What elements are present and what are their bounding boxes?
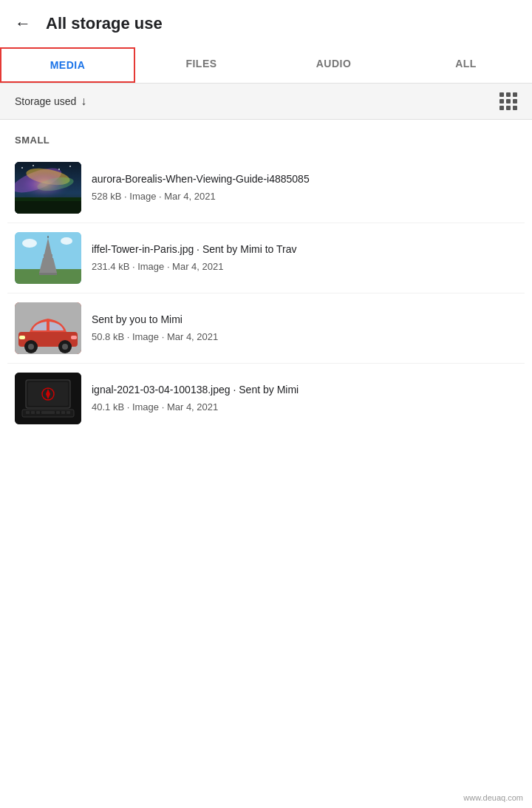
svg-rect-40 [66,411,70,414]
list-item[interactable]: Sent by you to Mimi 50.8 kB · Image · Ma… [7,293,525,364]
svg-rect-34 [26,411,30,414]
file-meta: 528 kB · Image · Mar 4, 2021 [92,190,517,203]
svg-rect-10 [15,197,81,201]
sort-bar: Storage used ↓ [0,84,532,120]
grid-dot [506,99,511,103]
svg-rect-35 [31,411,35,414]
file-info: iffel-Tower-in-Paris.jpg · Sent by Mimi … [81,242,517,274]
header: ← All storage use [0,0,532,47]
grid-dot [513,106,517,110]
grid-dot [506,92,511,97]
svg-rect-39 [61,411,65,414]
file-name: aurora-Borealis-When-Viewing-Guide-i4885… [92,172,517,187]
grid-dot [499,106,504,110]
file-name: Sent by you to Mimi [92,313,517,327]
svg-point-6 [33,165,34,166]
svg-point-7 [58,169,60,170]
back-button[interactable]: ← [15,14,31,33]
file-thumbnail [15,302,81,354]
svg-rect-27 [71,336,77,339]
svg-point-23 [28,344,34,350]
grid-dot [499,92,504,97]
svg-rect-38 [56,411,60,414]
svg-rect-36 [36,411,40,414]
file-thumbnail [15,162,81,214]
grid-dot [513,92,517,97]
file-meta: 50.8 kB · Image · Mar 4, 2021 [92,330,517,344]
file-name: iffel-Tower-in-Paris.jpg · Sent by Mimi … [92,242,517,257]
svg-point-25 [62,344,68,350]
svg-rect-26 [19,336,25,339]
tab-media[interactable]: MEDIA [0,47,135,83]
svg-point-8 [69,166,71,167]
tabs-container: MEDIA FILES AUDIO ALL [0,47,532,84]
svg-point-5 [21,167,23,169]
back-icon: ← [15,14,31,33]
page-title: All storage use [46,14,163,33]
grid-view-icon[interactable] [499,92,517,110]
file-meta: 231.4 kB · Image · Mar 4, 2021 [92,260,517,274]
grid-dot [513,99,517,103]
sort-label[interactable]: Storage used ↓ [15,95,86,108]
section-label: SMALL [0,120,532,153]
grid-dot [506,106,511,110]
list-item[interactable]: iffel-Tower-in-Paris.jpg · Sent by Mimi … [7,223,525,293]
sort-label-text: Storage used [15,95,76,107]
svg-point-19 [61,237,72,245]
svg-point-18 [22,239,37,248]
tab-all[interactable]: ALL [400,47,532,83]
svg-rect-16 [39,273,57,275]
file-info: aurora-Borealis-When-Viewing-Guide-i4885… [81,172,517,203]
file-info: ignal-2021-03-04-100138.jpeg · Sent by M… [81,383,517,414]
file-list: aurora-Borealis-When-Viewing-Guide-i4885… [0,153,532,433]
svg-rect-14 [44,254,52,258]
file-meta: 40.1 kB · Image · Mar 4, 2021 [92,401,517,414]
list-item[interactable]: ignal-2021-03-04-100138.jpeg · Sent by M… [7,364,525,433]
sort-arrow-icon: ↓ [81,95,86,108]
file-thumbnail [15,232,81,284]
file-info: Sent by you to Mimi 50.8 kB · Image · Ma… [81,313,517,344]
tab-audio[interactable]: AUDIO [267,47,400,83]
tab-files[interactable]: FILES [135,47,267,83]
footer-watermark: www.deuaq.com [463,793,523,802]
svg-rect-37 [41,411,55,414]
list-item[interactable]: aurora-Borealis-When-Viewing-Guide-i4885… [7,153,525,223]
file-name: ignal-2021-03-04-100138.jpeg · Sent by M… [92,383,517,398]
file-thumbnail [15,373,81,424]
grid-dot [499,99,504,103]
